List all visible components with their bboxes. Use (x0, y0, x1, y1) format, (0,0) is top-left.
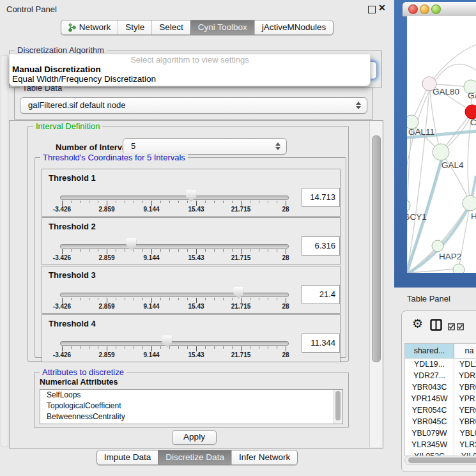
tab-style[interactable]: Style (118, 20, 151, 35)
close-icon[interactable]: ✕ (378, 3, 386, 13)
attribute-list-item[interactable]: TopologicalCoefficient (40, 401, 342, 411)
table-cell-name[interactable]: YBL0 (454, 427, 476, 439)
mac-zoom-icon[interactable] (431, 4, 441, 14)
table-row[interactable]: YDR27...YDR2 (405, 370, 476, 381)
slider-minor-tick (169, 346, 170, 349)
table-cell-shared-name[interactable]: YLR345W (405, 439, 454, 450)
slider-minor-tick (89, 201, 89, 203)
gear-icon[interactable]: ⚙ (412, 318, 423, 330)
top-tab-bar: NetworkStyleSelectCyni ToolboxjActiveMNo… (0, 20, 394, 35)
slider-thumb[interactable] (233, 287, 243, 299)
tab-network[interactable]: Network (61, 20, 118, 35)
dropdown-option-equal-width[interactable]: Equal Width/Frequency Discretization (10, 74, 370, 84)
table-cell-shared-name[interactable]: YDL19... (405, 358, 454, 370)
attribute-list-item[interactable]: SelfLoops (40, 390, 342, 401)
table-cell-name[interactable]: YBR0 (454, 416, 476, 427)
slider-track[interactable] (60, 196, 289, 200)
network-node[interactable] (432, 240, 443, 252)
table-cell-name[interactable]: YDL1 (454, 358, 476, 370)
network-node[interactable] (465, 105, 476, 119)
table-cell-name[interactable]: YER0 (454, 404, 476, 416)
table-hscrollbar-track[interactable] (404, 456, 476, 465)
slider-thumb[interactable] (162, 335, 172, 348)
mac-close-icon[interactable] (408, 4, 418, 14)
mac-minimize-icon[interactable] (420, 4, 429, 14)
table-data-combobox[interactable]: galFiltered.sif default node (20, 97, 367, 114)
bottom-tab-bar: Impute DataDiscretize DataInfer Network (0, 450, 394, 465)
threshold-value-field[interactable]: 6.316 (302, 236, 340, 256)
table-data-value: galFiltered.sif default node (28, 100, 125, 110)
column-header-name[interactable]: na (454, 344, 476, 358)
slider-tick-label: 21.715 (225, 206, 257, 213)
network-edge[interactable] (441, 152, 470, 203)
table-cell-shared-name[interactable]: YPR145W (405, 393, 454, 404)
table-row[interactable]: YPR145WYPR1 (405, 393, 476, 404)
table-row[interactable]: YER054CYER0 (405, 404, 476, 416)
threshold-panel-1: Threshold 1-3.4262.8599.14415.4321.71528… (42, 169, 341, 217)
network-node[interactable] (463, 196, 476, 211)
tab-jactivemnodules[interactable]: jActiveMNodules (254, 20, 334, 35)
table-row[interactable]: YBR045CYBR0 (405, 416, 476, 427)
table-cell-shared-name[interactable]: YBR045C (405, 416, 454, 427)
table-cell-shared-name[interactable]: YBL079W (405, 427, 454, 439)
algorithm-dropdown-popup: Select algorithm to view settings Manual… (9, 54, 371, 86)
network-canvas[interactable]: GAL80GACGAL11GAL4GCY1HHAP2 (407, 16, 476, 273)
threshold-value-field[interactable]: 14.713 (302, 188, 340, 207)
slider-minor-tick (116, 249, 116, 252)
slider-minor-tick (187, 298, 188, 300)
table-cell-shared-name[interactable]: YDR27... (405, 370, 454, 381)
network-node[interactable] (407, 199, 410, 212)
table-cell-shared-name[interactable]: YBR043C (405, 381, 454, 393)
column-header-shared-name[interactable]: shared... (405, 344, 454, 358)
network-node[interactable] (453, 264, 464, 273)
table-row[interactable]: YLR345WYLR3 (405, 439, 476, 450)
slider-track[interactable] (60, 293, 289, 297)
slider-minor-tick (232, 298, 233, 300)
main-scrollbar-thumb[interactable] (372, 135, 381, 362)
table-hscrollbar-thumb[interactable] (408, 457, 476, 463)
tab-infer-network[interactable]: Infer Network (231, 450, 297, 464)
main-scrollbar-track[interactable] (369, 121, 382, 447)
table-cell-shared-name[interactable]: YER054C (405, 404, 454, 416)
tab-cyni-toolbox[interactable]: Cyni Toolbox (190, 20, 254, 35)
float-window-icon[interactable] (368, 6, 376, 13)
slider-minor-tick (160, 298, 161, 300)
table-row[interactable]: YDL19...YDL1 (405, 358, 476, 370)
slider-minor-tick (232, 201, 233, 203)
table-data-groupbox: Table Data galFiltered.sif default node (14, 88, 373, 120)
table-row[interactable]: YBR043CYBR0 (405, 381, 476, 393)
slider-major-tick (62, 298, 63, 303)
slider-minor-tick (71, 249, 72, 252)
checkbox-checked-icon[interactable] (448, 321, 455, 333)
table-cell-name[interactable]: YLR3 (454, 439, 476, 450)
list-scrollbar-thumb[interactable] (335, 391, 341, 420)
tab-discretize-data[interactable]: Discretize Data (158, 450, 231, 464)
network-node[interactable] (433, 144, 449, 160)
network-edge[interactable] (429, 45, 476, 84)
table-cell-name[interactable]: YPR1 (454, 393, 476, 404)
slider-thumb[interactable] (126, 238, 136, 250)
number-of-intervals-value: 5 (131, 141, 135, 151)
tab-impute-data[interactable]: Impute Data (97, 450, 158, 464)
slider-tick-label: 2.859 (91, 351, 123, 358)
slider-track[interactable] (60, 341, 289, 346)
threshold-value-field[interactable]: 21.4 (302, 285, 340, 304)
slider-major-tick (241, 298, 242, 303)
node-label: GAL11 (408, 127, 434, 137)
list-scrollbar-track[interactable] (334, 390, 342, 424)
checkbox-checked-icon[interactable] (457, 321, 464, 333)
network-edge[interactable] (438, 203, 470, 246)
threshold-value-field[interactable]: 11.344 (302, 334, 340, 353)
columns-icon[interactable] (430, 319, 442, 334)
table-cell-name[interactable]: YDR2 (454, 370, 476, 381)
slider-track[interactable] (60, 244, 289, 249)
slider-major-tick (286, 346, 286, 351)
network-window-titlebar[interactable] (403, 2, 476, 17)
tab-select[interactable]: Select (151, 20, 190, 35)
table-cell-name[interactable]: YBR0 (454, 381, 476, 393)
apply-button[interactable]: Apply (172, 430, 217, 445)
dropdown-option-manual[interactable]: Manual Discretization (10, 65, 370, 74)
attribute-list-item[interactable]: BetweennessCentrality (40, 411, 342, 422)
left-scrollbar-track[interactable] (1, 55, 8, 447)
table-row[interactable]: YBL079WYBL0 (405, 427, 476, 439)
